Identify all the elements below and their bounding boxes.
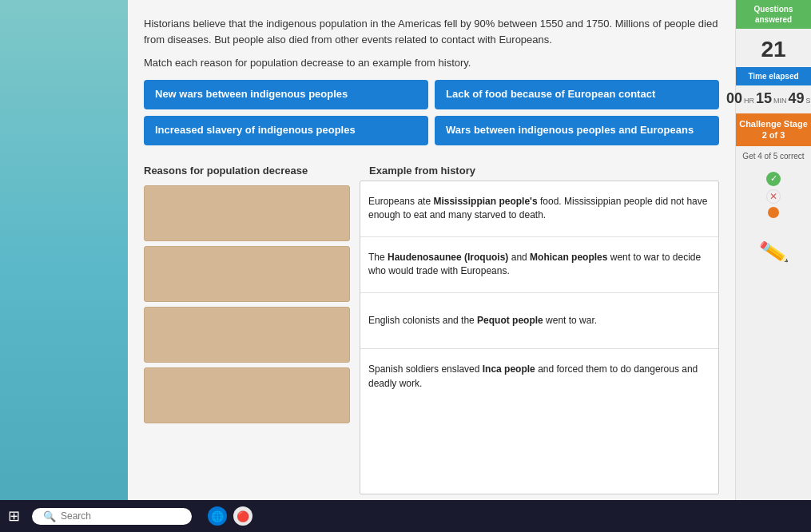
browser-icons: 🌐 🔴 (208, 506, 252, 526)
time-sec-value: 49 (789, 90, 805, 107)
questions-answered-label: Questions answered (754, 5, 793, 24)
status-orange (768, 207, 779, 218)
time-display: 00 HR 15 MIN 49 SEC (726, 85, 811, 110)
column-headers: Reasons for population decrease Example … (144, 160, 719, 181)
left-column-header: Reasons for population decrease (144, 165, 308, 177)
time-hr-label: HR (744, 97, 754, 105)
pencil-icon: ✏️ (757, 236, 789, 268)
chip-increased-slavery[interactable]: Increased slavery of indigenous peoples (144, 116, 428, 145)
time-elapsed-label: Time elapsed (748, 72, 798, 81)
challenge-box: Challenge Stage 2 of 3 (736, 113, 811, 146)
match-instruction: Match each reason for population decreas… (144, 57, 719, 69)
chips-grid: New wars between indigenous peoples Lack… (144, 80, 719, 145)
chip-wars-indigenous-europeans[interactable]: Wars between indigenous peoples and Euro… (435, 116, 719, 145)
time-elapsed-box: Time elapsed (736, 67, 811, 85)
questions-count: 21 (761, 29, 785, 67)
chip-lack-food[interactable]: Lack of food because of European contact (435, 80, 719, 109)
time-hr-value: 00 (726, 90, 742, 107)
search-input[interactable] (61, 510, 173, 522)
time-min-value: 15 (756, 90, 772, 107)
example-1: Europeans ate Mississippian people's foo… (360, 181, 718, 237)
questions-answered-box: Questions answered (736, 0, 811, 29)
drop-zone-1[interactable] (144, 185, 350, 241)
example-4: Spanish soldiers enslaved Inca people an… (360, 349, 718, 405)
windows-icon[interactable]: ⊞ (8, 507, 20, 525)
challenge-label: Challenge Stage 2 of 3 (739, 119, 808, 140)
examples-column: Europeans ate Mississippian people's foo… (360, 181, 719, 494)
left-sidebar (0, 0, 128, 532)
chip-new-wars[interactable]: New wars between indigenous peoples (144, 80, 428, 109)
right-sidebar: Questions answered 21 Time elapsed 00 HR… (735, 0, 811, 532)
get-correct-text: Get 4 of 5 correct (739, 146, 807, 167)
taskbar: ⊞ 🔍 🌐 🔴 (0, 500, 811, 532)
edge-icon[interactable]: 🌐 (208, 506, 227, 526)
status-correct: ✓ (766, 172, 781, 186)
drop-zone-2[interactable] (144, 246, 350, 302)
drop-zone-4[interactable] (144, 367, 350, 423)
example-3: English colonists and the Pequot people … (360, 293, 718, 349)
drop-zone-3[interactable] (144, 307, 350, 363)
status-icons: ✓ ✕ (766, 167, 781, 223)
main-content: Historians believe that the indigenous p… (128, 0, 735, 532)
intro-text: Historians believe that the indigenous p… (144, 16, 719, 47)
chrome-icon[interactable]: 🔴 (233, 506, 252, 526)
search-bar[interactable]: 🔍 (32, 508, 192, 525)
status-x1: ✕ (766, 189, 781, 204)
time-sec-label: SEC (806, 97, 811, 105)
right-column-header: Example from history (369, 165, 475, 177)
example-2: The Haudenosaunee (Iroquois) and Mohican… (360, 237, 718, 293)
match-area: Europeans ate Mississippian people's foo… (144, 181, 719, 494)
search-icon: 🔍 (43, 510, 56, 522)
drop-zones-column (144, 181, 360, 494)
time-min-label: MIN (773, 97, 787, 105)
